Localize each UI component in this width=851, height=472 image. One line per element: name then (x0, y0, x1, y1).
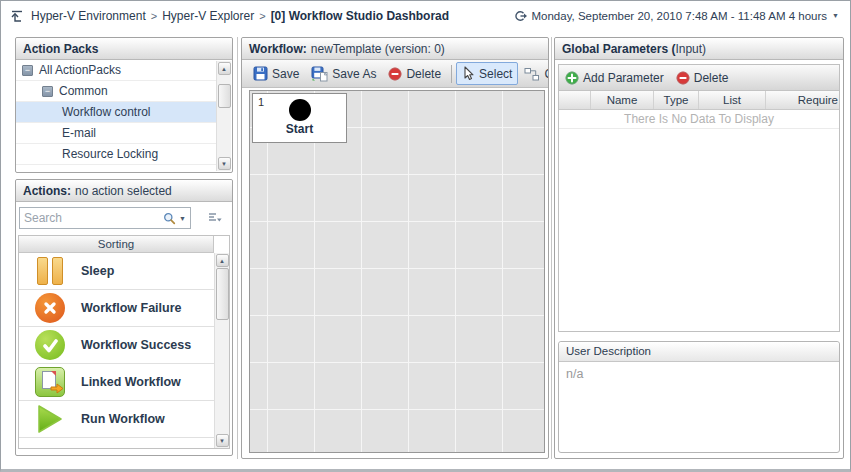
time-range-label: Monday, September 20, 2010 7:48 AM - 11:… (532, 10, 828, 22)
linked-workflow-icon (35, 367, 65, 397)
splitter-left[interactable] (237, 37, 238, 459)
tree-scrollbar[interactable]: ▲ ▼ (216, 61, 231, 171)
node-label: Start (253, 122, 346, 136)
breadcrumb-separator: > (151, 10, 157, 22)
scrollbar-thumb[interactable] (218, 84, 231, 108)
tree-item-all-actionpacks[interactable]: − All ActionPacks (16, 60, 216, 81)
save-button[interactable]: Save (247, 62, 305, 85)
save-as-label: Save As (332, 67, 376, 81)
column-list[interactable]: List (699, 91, 766, 109)
tree-item-label: Workflow control (62, 105, 150, 119)
action-item-workflow-success[interactable]: Workflow Success (19, 327, 214, 364)
scroll-down-icon[interactable]: ▼ (218, 157, 231, 170)
connect-tool-button[interactable]: Connect (518, 63, 548, 85)
global-parameters-grid: Add Parameter Delete Name Type List Requ… (558, 64, 840, 332)
action-item-sleep[interactable]: Sleep (19, 253, 214, 290)
action-packs-title: Action Packs (23, 42, 98, 56)
empty-table-message: There Is No Data To Display (559, 110, 839, 129)
save-label: Save (272, 67, 299, 81)
tree-item-workflow-control[interactable]: Workflow control (16, 102, 216, 123)
cursor-select-icon (462, 66, 475, 81)
user-description-header: User Description (559, 342, 839, 362)
sort-options-icon[interactable] (207, 212, 222, 224)
action-item-run-workflow[interactable]: Run Workflow (19, 401, 214, 438)
tree-item-label: E-mail (62, 126, 96, 140)
action-item-workflow-failure[interactable]: Workflow Failure (19, 290, 214, 327)
workflow-header: Workflow: newTemplate (version: 0) (242, 38, 548, 60)
scroll-up-icon[interactable]: ▲ (216, 254, 229, 267)
splitter-right[interactable] (551, 37, 552, 459)
connect-tool-label: Connect (544, 67, 548, 81)
workflow-studio-window: Hyper-V Environment > Hyper-V Explorer >… (0, 0, 851, 472)
column-type[interactable]: Type (654, 91, 699, 109)
tree-item-label: Resource Locking (62, 147, 158, 161)
select-tool-label: Select (479, 67, 512, 81)
scroll-up-icon[interactable]: ▲ (218, 62, 231, 75)
select-tool-button[interactable]: Select (456, 62, 518, 85)
add-parameter-label: Add Parameter (583, 71, 664, 85)
up-level-icon[interactable] (10, 9, 24, 23)
action-label: Linked Workflow (81, 375, 181, 389)
tree-item-label: All ActionPacks (39, 63, 121, 77)
tree-item-email[interactable]: E-mail (16, 123, 216, 144)
collapse-icon[interactable]: − (22, 65, 33, 76)
action-item-linked-workflow[interactable]: Linked Workflow (19, 364, 214, 401)
toolbar-separator (451, 65, 452, 83)
workflow-node-start[interactable]: 1 Start (252, 93, 347, 143)
tree-item-resource-locking[interactable]: Resource Locking (16, 144, 216, 165)
sorting-column-header[interactable]: Sorting (19, 236, 214, 253)
workflow-subtitle: newTemplate (version: 0) (311, 42, 445, 56)
success-icon (35, 330, 65, 360)
add-icon (565, 71, 579, 85)
delete-parameter-button[interactable]: Delete (676, 71, 729, 85)
collapse-icon[interactable]: − (42, 86, 53, 97)
action-label: Run Workflow (81, 412, 165, 426)
scrollbar-thumb[interactable] (216, 268, 229, 320)
tree-item-label: Common (59, 84, 108, 98)
workflow-canvas[interactable]: 1 Start (249, 90, 545, 453)
add-parameter-button[interactable]: Add Parameter (565, 71, 664, 85)
action-packs-tree: − All ActionPacks − Common Workflow cont… (16, 60, 232, 172)
save-as-button[interactable]: Save As (305, 62, 382, 86)
breadcrumb-separator: > (259, 10, 265, 22)
top-bar: Hyper-V Environment > Hyper-V Explorer >… (1, 1, 850, 30)
action-packs-header: Action Packs (16, 38, 232, 60)
workflow-title: Workflow: (249, 42, 307, 56)
delete-icon (676, 71, 690, 85)
actions-body: ▼ Sorting Sleep Workflow Failure (16, 202, 232, 455)
save-as-icon (311, 66, 328, 82)
actions-title: Actions: (23, 184, 71, 198)
actions-panel: Actions: no action selected ▼ (15, 179, 233, 456)
column-icon (559, 91, 591, 109)
workflow-body: 1 Start (242, 88, 548, 458)
pause-icon (37, 257, 63, 285)
scroll-down-icon[interactable]: ▼ (216, 434, 229, 447)
delete-button[interactable]: Delete (382, 63, 447, 85)
actions-list: Sorting Sleep Workflow Failure Workflow … (18, 235, 230, 449)
history-clock-icon (513, 10, 527, 22)
tree-item-common[interactable]: − Common (16, 81, 216, 102)
breadcrumb-current-page: [0] Workflow Studio Dashborad (271, 9, 449, 23)
search-box: ▼ (19, 207, 191, 229)
search-button[interactable]: ▼ (163, 212, 190, 225)
global-parameters-header: Global Parameters (Input) (555, 38, 843, 60)
search-dropdown-icon: ▼ (179, 215, 186, 222)
actions-scrollbar[interactable]: ▲ ▼ (214, 253, 229, 448)
delete-parameter-label: Delete (694, 71, 729, 85)
global-parameters-title: Global Parameters ( (562, 42, 675, 56)
breadcrumb-hyperv-explorer[interactable]: Hyper-V Explorer (162, 9, 254, 23)
search-input[interactable] (20, 211, 163, 225)
chevron-down-icon: ▼ (832, 12, 839, 19)
column-required[interactable]: Require (766, 91, 839, 109)
parameters-table-header: Name Type List Require (559, 91, 839, 110)
time-range-picker[interactable]: Monday, September 20, 2010 7:48 AM - 11:… (513, 10, 842, 22)
search-icon (163, 212, 176, 225)
global-parameters-toolbar: Add Parameter Delete (559, 65, 839, 91)
breadcrumb-hyperv-environment[interactable]: Hyper-V Environment (31, 9, 146, 23)
error-icon (35, 293, 65, 323)
user-description-content: n/a (559, 362, 839, 452)
column-name[interactable]: Name (591, 91, 654, 109)
delete-label: Delete (406, 67, 441, 81)
action-label: Workflow Success (81, 338, 191, 352)
action-label: Sleep (81, 264, 114, 278)
